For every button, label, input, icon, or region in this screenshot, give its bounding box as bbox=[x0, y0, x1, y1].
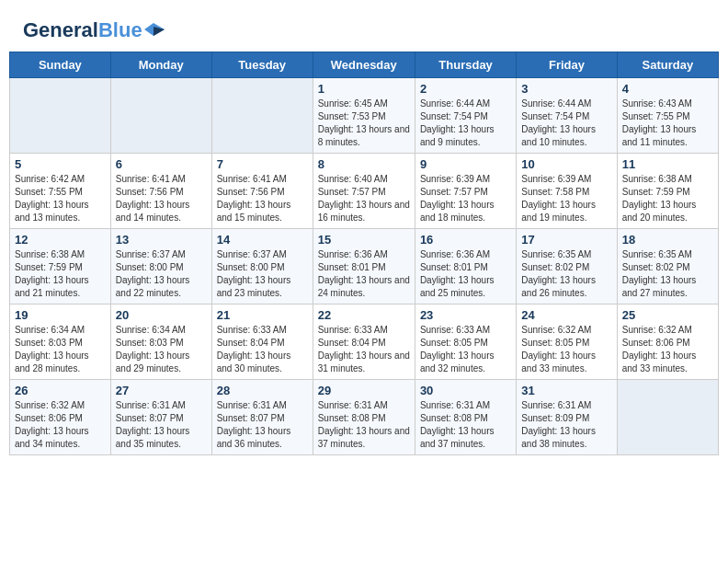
day-info: Sunrise: 6:36 AM Sunset: 8:01 PM Dayligh… bbox=[318, 248, 410, 300]
day-info: Sunrise: 6:38 AM Sunset: 7:59 PM Dayligh… bbox=[622, 173, 713, 224]
day-info: Sunrise: 6:42 AM Sunset: 7:55 PM Dayligh… bbox=[15, 173, 106, 224]
calendar-cell: 25Sunrise: 6:32 AM Sunset: 8:06 PM Dayli… bbox=[617, 304, 718, 380]
day-number: 8 bbox=[318, 157, 410, 171]
weekday-header-row: SundayMondayTuesdayWednesdayThursdayFrid… bbox=[10, 52, 719, 78]
day-number: 4 bbox=[622, 82, 713, 96]
logo-icon bbox=[144, 22, 165, 39]
day-info: Sunrise: 6:32 AM Sunset: 8:06 PM Dayligh… bbox=[15, 399, 106, 451]
day-number: 15 bbox=[318, 233, 410, 247]
calendar-cell: 5Sunrise: 6:42 AM Sunset: 7:55 PM Daylig… bbox=[10, 154, 111, 229]
day-info: Sunrise: 6:32 AM Sunset: 8:05 PM Dayligh… bbox=[521, 324, 611, 375]
day-number: 9 bbox=[420, 157, 511, 171]
weekday-header-wednesday: Wednesday bbox=[313, 52, 415, 78]
day-number: 13 bbox=[116, 233, 207, 247]
day-number: 28 bbox=[217, 384, 308, 397]
weekday-header-saturday: Saturday bbox=[617, 52, 718, 78]
day-number: 3 bbox=[521, 82, 611, 96]
calendar-cell bbox=[110, 78, 211, 154]
day-info: Sunrise: 6:34 AM Sunset: 8:03 PM Dayligh… bbox=[15, 324, 106, 375]
calendar-cell: 31Sunrise: 6:31 AM Sunset: 8:09 PM Dayli… bbox=[517, 380, 617, 455]
day-info: Sunrise: 6:38 AM Sunset: 7:59 PM Dayligh… bbox=[15, 248, 106, 300]
day-number: 25 bbox=[622, 308, 713, 322]
calendar-cell: 18Sunrise: 6:35 AM Sunset: 8:02 PM Dayli… bbox=[617, 229, 718, 304]
calendar-cell: 4Sunrise: 6:43 AM Sunset: 7:55 PM Daylig… bbox=[617, 78, 718, 154]
day-info: Sunrise: 6:31 AM Sunset: 8:08 PM Dayligh… bbox=[318, 399, 410, 451]
day-number: 6 bbox=[116, 157, 207, 171]
week-row-1: 1Sunrise: 6:45 AM Sunset: 7:53 PM Daylig… bbox=[10, 78, 719, 154]
logo: GeneralBlue bbox=[23, 18, 165, 42]
calendar-cell: 15Sunrise: 6:36 AM Sunset: 8:01 PM Dayli… bbox=[313, 229, 415, 304]
day-info: Sunrise: 6:44 AM Sunset: 7:54 PM Dayligh… bbox=[521, 98, 611, 149]
day-number: 19 bbox=[15, 308, 106, 322]
svg-marker-1 bbox=[154, 27, 165, 36]
day-info: Sunrise: 6:37 AM Sunset: 8:00 PM Dayligh… bbox=[116, 248, 207, 300]
calendar-cell: 10Sunrise: 6:39 AM Sunset: 7:58 PM Dayli… bbox=[517, 154, 617, 229]
day-number: 11 bbox=[622, 157, 713, 171]
calendar-cell: 12Sunrise: 6:38 AM Sunset: 7:59 PM Dayli… bbox=[10, 229, 111, 304]
day-number: 17 bbox=[521, 233, 611, 247]
day-number: 2 bbox=[420, 82, 511, 96]
calendar-cell bbox=[617, 380, 718, 455]
day-info: Sunrise: 6:31 AM Sunset: 8:09 PM Dayligh… bbox=[521, 399, 611, 451]
week-row-4: 19Sunrise: 6:34 AM Sunset: 8:03 PM Dayli… bbox=[10, 304, 719, 380]
weekday-header-thursday: Thursday bbox=[415, 52, 516, 78]
day-info: Sunrise: 6:39 AM Sunset: 7:57 PM Dayligh… bbox=[420, 173, 511, 224]
day-info: Sunrise: 6:35 AM Sunset: 8:02 PM Dayligh… bbox=[622, 248, 713, 300]
weekday-header-friday: Friday bbox=[517, 52, 617, 78]
day-info: Sunrise: 6:36 AM Sunset: 8:01 PM Dayligh… bbox=[420, 248, 511, 300]
calendar-cell: 20Sunrise: 6:34 AM Sunset: 8:03 PM Dayli… bbox=[110, 304, 211, 380]
week-row-2: 5Sunrise: 6:42 AM Sunset: 7:55 PM Daylig… bbox=[10, 154, 719, 229]
calendar-cell: 23Sunrise: 6:33 AM Sunset: 8:05 PM Dayli… bbox=[415, 304, 516, 380]
calendar-cell: 6Sunrise: 6:41 AM Sunset: 7:56 PM Daylig… bbox=[110, 154, 211, 229]
calendar-table: SundayMondayTuesdayWednesdayThursdayFrid… bbox=[9, 52, 719, 455]
logo-text: GeneralBlue bbox=[23, 18, 142, 42]
calendar-cell: 30Sunrise: 6:31 AM Sunset: 8:08 PM Dayli… bbox=[415, 380, 516, 455]
calendar-cell: 7Sunrise: 6:41 AM Sunset: 7:56 PM Daylig… bbox=[211, 154, 313, 229]
page-header: GeneralBlue bbox=[9, 9, 719, 47]
day-info: Sunrise: 6:44 AM Sunset: 7:54 PM Dayligh… bbox=[420, 98, 511, 149]
day-number: 22 bbox=[318, 308, 410, 322]
day-info: Sunrise: 6:39 AM Sunset: 7:58 PM Dayligh… bbox=[521, 173, 611, 224]
day-info: Sunrise: 6:33 AM Sunset: 8:04 PM Dayligh… bbox=[318, 324, 410, 375]
weekday-header-monday: Monday bbox=[110, 52, 211, 78]
day-info: Sunrise: 6:41 AM Sunset: 7:56 PM Dayligh… bbox=[217, 173, 308, 224]
weekday-header-sunday: Sunday bbox=[10, 52, 111, 78]
day-number: 5 bbox=[15, 157, 106, 171]
calendar-cell: 2Sunrise: 6:44 AM Sunset: 7:54 PM Daylig… bbox=[415, 78, 516, 154]
calendar-cell: 1Sunrise: 6:45 AM Sunset: 7:53 PM Daylig… bbox=[313, 78, 415, 154]
day-number: 31 bbox=[521, 384, 611, 397]
calendar-cell: 9Sunrise: 6:39 AM Sunset: 7:57 PM Daylig… bbox=[415, 154, 516, 229]
day-info: Sunrise: 6:31 AM Sunset: 8:07 PM Dayligh… bbox=[116, 399, 207, 451]
day-number: 20 bbox=[116, 308, 207, 322]
day-info: Sunrise: 6:33 AM Sunset: 8:05 PM Dayligh… bbox=[420, 324, 511, 375]
week-row-3: 12Sunrise: 6:38 AM Sunset: 7:59 PM Dayli… bbox=[10, 229, 719, 304]
calendar-cell: 26Sunrise: 6:32 AM Sunset: 8:06 PM Dayli… bbox=[10, 380, 111, 455]
calendar-cell: 17Sunrise: 6:35 AM Sunset: 8:02 PM Dayli… bbox=[517, 229, 617, 304]
day-number: 10 bbox=[521, 157, 611, 171]
day-number: 1 bbox=[318, 82, 410, 96]
day-number: 16 bbox=[420, 233, 511, 247]
weekday-header-tuesday: Tuesday bbox=[211, 52, 313, 78]
calendar-cell bbox=[211, 78, 313, 154]
day-info: Sunrise: 6:34 AM Sunset: 8:03 PM Dayligh… bbox=[116, 324, 207, 375]
day-info: Sunrise: 6:37 AM Sunset: 8:00 PM Dayligh… bbox=[217, 248, 308, 300]
calendar-cell: 3Sunrise: 6:44 AM Sunset: 7:54 PM Daylig… bbox=[517, 78, 617, 154]
calendar-cell: 13Sunrise: 6:37 AM Sunset: 8:00 PM Dayli… bbox=[110, 229, 211, 304]
day-number: 30 bbox=[420, 384, 511, 397]
calendar-cell: 27Sunrise: 6:31 AM Sunset: 8:07 PM Dayli… bbox=[110, 380, 211, 455]
day-number: 12 bbox=[15, 233, 106, 247]
day-number: 21 bbox=[217, 308, 308, 322]
day-info: Sunrise: 6:40 AM Sunset: 7:57 PM Dayligh… bbox=[318, 173, 410, 224]
calendar-cell: 14Sunrise: 6:37 AM Sunset: 8:00 PM Dayli… bbox=[211, 229, 313, 304]
day-number: 27 bbox=[116, 384, 207, 397]
calendar-cell: 16Sunrise: 6:36 AM Sunset: 8:01 PM Dayli… bbox=[415, 229, 516, 304]
day-number: 14 bbox=[217, 233, 308, 247]
calendar-cell: 19Sunrise: 6:34 AM Sunset: 8:03 PM Dayli… bbox=[10, 304, 111, 380]
day-info: Sunrise: 6:43 AM Sunset: 7:55 PM Dayligh… bbox=[622, 98, 713, 149]
week-row-5: 26Sunrise: 6:32 AM Sunset: 8:06 PM Dayli… bbox=[10, 380, 719, 455]
day-number: 18 bbox=[622, 233, 713, 247]
day-info: Sunrise: 6:45 AM Sunset: 7:53 PM Dayligh… bbox=[318, 98, 410, 149]
calendar-cell bbox=[10, 78, 111, 154]
day-info: Sunrise: 6:31 AM Sunset: 8:07 PM Dayligh… bbox=[217, 399, 308, 451]
calendar-cell: 24Sunrise: 6:32 AM Sunset: 8:05 PM Dayli… bbox=[517, 304, 617, 380]
